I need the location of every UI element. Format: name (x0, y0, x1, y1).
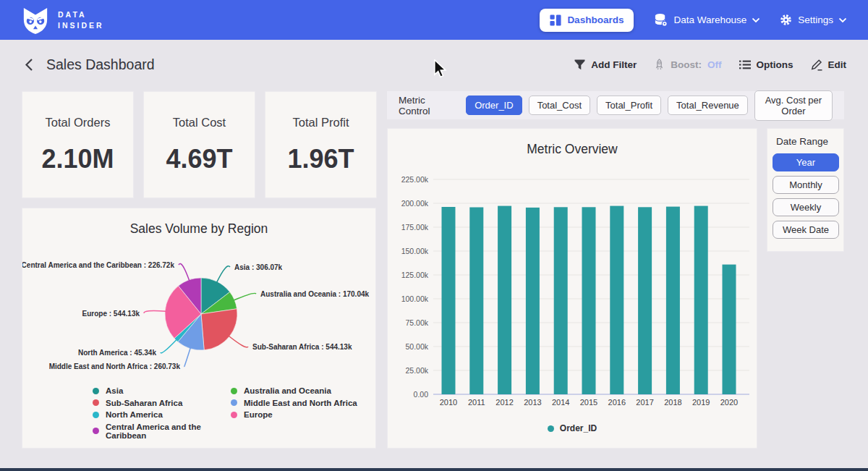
data-warehouse-menu[interactable]: Data Warehouse (654, 13, 760, 27)
options-button[interactable]: Options (739, 59, 793, 70)
bar-2018[interactable] (666, 207, 680, 394)
bar-chart: 225.00k200.00k175.00k150.00k125.00k100.0… (388, 129, 758, 449)
pie-legend: AsiaSub-Saharan AfricaNorth AmericaCentr… (22, 386, 375, 440)
settings-menu[interactable]: Settings (780, 14, 846, 26)
legend-label: Australia and Oceania (244, 386, 331, 395)
dashboards-button[interactable]: Dashboards (540, 9, 634, 32)
settings-label: Settings (798, 14, 833, 25)
kpi-value: 1.96T (287, 144, 354, 174)
pie-leader-line (144, 311, 166, 313)
x-axis-tick: 2016 (608, 398, 626, 407)
legend-item-central-america-and-the-caribbean: Central America and the Caribbean (93, 423, 231, 440)
kpi-value: 2.10M (41, 144, 114, 174)
bar-2013[interactable] (526, 208, 540, 394)
options-list-icon (739, 59, 751, 70)
pie-leader-line (217, 266, 230, 282)
legend-item-europe: Europe (231, 410, 357, 419)
legend-label: North America (106, 410, 163, 419)
bar-2017[interactable] (638, 207, 652, 394)
top-nav-right: Dashboards Data Warehouse (540, 9, 846, 32)
chevron-down-icon (839, 18, 846, 22)
kpi-row: Total Orders2.10MTotal Cost4.69TTotal Pr… (22, 91, 377, 198)
metric-option-total-cost[interactable]: Total_Cost (529, 96, 590, 115)
y-axis-tick: 75.00k (405, 318, 428, 327)
date-range-option-week-date[interactable]: Week Date (773, 221, 839, 239)
pie-slice-label: Central America and the Caribbean : 226.… (22, 261, 174, 269)
legend-label: Europe (244, 410, 273, 419)
y-axis-tick: 225.00k (401, 175, 429, 184)
legend-label: Central America and the Caribbean (106, 423, 231, 440)
pie-leader-line (184, 348, 190, 367)
x-axis-tick: 2010 (440, 398, 457, 407)
bar-2012[interactable] (498, 206, 511, 394)
database-icon (654, 13, 668, 27)
metric-option-total-profit[interactable]: Total_Profit (597, 96, 661, 115)
bottom-strip (0, 468, 868, 471)
bar-2019[interactable] (694, 206, 708, 394)
x-axis-tick: 2014 (552, 398, 569, 407)
pie-leader-line (234, 293, 256, 300)
brand-line1: DATA (58, 10, 104, 19)
metric-option-avg-cost-per-order[interactable]: Avg. Cost per Order (754, 90, 833, 121)
x-axis-tick: 2012 (495, 398, 513, 407)
pie-chart-card: Sales Volume by Region Asia : 306.07kAus… (22, 208, 376, 449)
legend-item-middle-east-and-north-africa: Middle East and North Africa (231, 399, 357, 407)
filter-funnel-icon (574, 59, 585, 70)
kpi-label: Total Cost (173, 116, 226, 130)
top-nav: DATA INSIDER Dashboards (0, 0, 868, 40)
boost-toggle[interactable]: Boost: Off (654, 59, 721, 70)
brand-text: DATA INSIDER (58, 10, 104, 30)
legend-label: Asia (106, 386, 123, 395)
metric-buttons: Order_IDTotal_CostTotal_ProfitTotal_Reve… (466, 90, 833, 121)
dashboard-grid-icon (550, 14, 561, 26)
metric-control-bar: Metric Control Order_IDTotal_CostTotal_P… (387, 91, 844, 119)
legend-dot (93, 388, 99, 394)
legend-item-australia-and-oceania: Australia and Oceania (231, 386, 357, 395)
legend-dot (93, 428, 99, 434)
bar-2015[interactable] (582, 207, 596, 394)
metric-option-order-id[interactable]: Order_ID (466, 96, 522, 115)
edit-button[interactable]: Edit (811, 59, 847, 71)
gear-icon (780, 14, 792, 26)
bar-2020[interactable] (723, 265, 736, 394)
bar-chart-card: Metric Overview 225.00k200.00k175.00k150… (387, 128, 757, 449)
date-range-option-weekly[interactable]: Weekly (773, 198, 839, 216)
kpi-label: Total Profit (293, 116, 349, 130)
legend-dot (231, 388, 237, 394)
date-range-option-monthly[interactable]: Monthly (773, 176, 839, 194)
toolbar-actions: Add Filter Boost: Off Options (574, 59, 846, 71)
metric-option-total-revenue[interactable]: Total_Revenue (668, 96, 748, 115)
y-axis-tick: 50.00k (405, 342, 428, 351)
pie-legend-column-1: AsiaSub-Saharan AfricaNorth AmericaCentr… (93, 386, 231, 440)
legend-dot (231, 412, 237, 418)
pie-slice-sub-saharan-africa[interactable] (201, 309, 237, 350)
bar-legend-label: Order_ID (560, 423, 597, 433)
chevron-down-icon (752, 18, 760, 22)
back-button[interactable] (22, 55, 36, 75)
date-range-option-year[interactable]: Year (773, 153, 839, 171)
legend-dot (93, 412, 99, 418)
pencil-icon (811, 59, 822, 71)
legend-dot (93, 399, 99, 406)
kpi-label: Total Orders (46, 116, 111, 130)
date-range-panel: Date Range YearMonthlyWeeklyWeek Date (767, 128, 844, 252)
y-axis-tick: 150.00k (401, 247, 429, 255)
legend-dot (231, 399, 237, 406)
options-label: Options (757, 59, 793, 70)
bar-2010[interactable] (442, 207, 456, 394)
bar-2016[interactable] (610, 206, 624, 394)
pie-slice-label: Europe : 544.13k (82, 310, 140, 318)
rocket-icon (654, 59, 665, 70)
x-axis-tick: 2018 (664, 398, 681, 407)
legend-item-north-america: North America (93, 410, 231, 419)
kpi-card-total-profit: Total Profit1.96T (265, 91, 377, 198)
chevron-left-icon (25, 58, 33, 72)
bar-2014[interactable] (554, 207, 568, 394)
brand[interactable]: DATA INSIDER (22, 6, 104, 35)
x-axis-tick: 2019 (692, 398, 710, 407)
x-axis-tick: 2011 (468, 398, 485, 407)
bar-2011[interactable] (469, 208, 483, 395)
pie-leader-line (161, 339, 176, 352)
page: DATA INSIDER Dashboards (0, 0, 868, 471)
add-filter-button[interactable]: Add Filter (574, 59, 637, 70)
